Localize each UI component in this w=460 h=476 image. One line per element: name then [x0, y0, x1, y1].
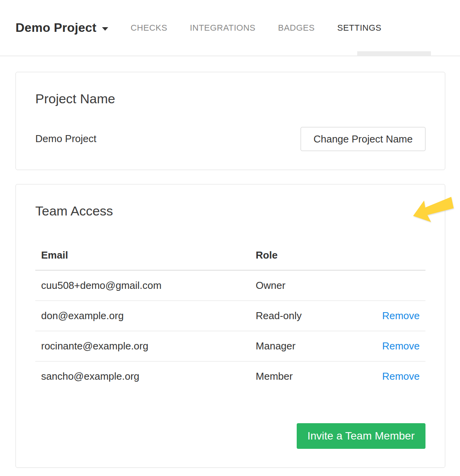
member-action-cell: Remove	[355, 301, 425, 331]
action-column-header	[355, 241, 425, 270]
top-nav: Demo Project CHECKS INTEGRATIONS BADGES …	[0, 0, 460, 56]
member-email: cuu508+demo@gmail.com	[35, 270, 250, 301]
member-action-cell: Remove	[355, 331, 425, 361]
member-role: Owner	[250, 270, 355, 301]
project-switcher-dropdown[interactable]: Demo Project	[16, 21, 108, 35]
tab-badges[interactable]: BADGES	[278, 23, 315, 33]
project-name-card-title: Project Name	[35, 91, 425, 107]
member-email: rocinante@example.org	[35, 331, 250, 361]
member-role: Manager	[250, 331, 355, 361]
member-role: Member	[250, 361, 355, 391]
member-action-cell	[355, 270, 425, 301]
team-members-table: Email Role cuu508+demo@gmail.com Owner d…	[35, 241, 425, 391]
remove-member-link[interactable]: Remove	[382, 340, 420, 352]
remove-member-link[interactable]: Remove	[382, 310, 420, 321]
tab-checks[interactable]: CHECKS	[131, 23, 168, 33]
project-tabs: CHECKS INTEGRATIONS BADGES SETTINGS	[131, 23, 404, 33]
member-role: Read-only	[250, 301, 355, 331]
role-column-header: Role	[250, 241, 355, 270]
team-access-card: Team Access Email Role cuu508+demo@gmail…	[16, 184, 445, 468]
current-project-name: Demo Project	[35, 133, 97, 145]
team-access-card-title: Team Access	[35, 203, 425, 219]
email-column-header: Email	[35, 241, 250, 270]
change-project-name-button[interactable]: Change Project Name	[301, 127, 425, 151]
settings-page: Project Name Demo Project Change Project…	[0, 56, 460, 476]
table-header-row: Email Role	[35, 241, 425, 270]
member-email: sancho@example.org	[35, 361, 250, 391]
project-name-card: Project Name Demo Project Change Project…	[16, 72, 445, 170]
invite-row: Invite a Team Member	[35, 423, 425, 449]
table-row-don: don@example.org Read-only Remove	[35, 301, 425, 331]
member-email: don@example.org	[35, 301, 250, 331]
project-title: Demo Project	[16, 21, 97, 35]
tab-settings[interactable]: SETTINGS	[337, 23, 381, 33]
caret-down-icon	[102, 27, 108, 31]
table-row-rocinante: rocinante@example.org Manager Remove	[35, 331, 425, 361]
table-row-owner: cuu508+demo@gmail.com Owner	[35, 270, 425, 301]
project-name-row: Demo Project Change Project Name	[35, 127, 425, 151]
active-tab-indicator	[357, 51, 431, 56]
tab-integrations[interactable]: INTEGRATIONS	[190, 23, 255, 33]
table-row-sancho: sancho@example.org Member Remove	[35, 361, 425, 391]
remove-member-link[interactable]: Remove	[382, 370, 420, 382]
member-action-cell: Remove	[355, 361, 425, 391]
invite-team-member-button[interactable]: Invite a Team Member	[297, 423, 426, 449]
